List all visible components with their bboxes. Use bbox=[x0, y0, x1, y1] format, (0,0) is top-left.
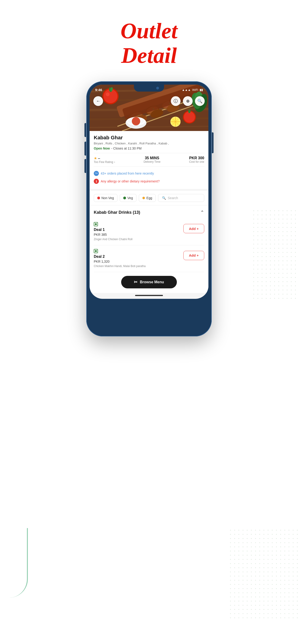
allergy-icon: ℹ bbox=[94, 179, 99, 184]
allergy-banner[interactable]: ℹ Any allergy or other dietary requireme… bbox=[94, 177, 204, 185]
item-name-1: Deal 1 bbox=[94, 228, 183, 232]
veg-label: Veg bbox=[127, 196, 133, 200]
item-desc-1: Zinger And Chicken Chatni Roll bbox=[94, 238, 183, 241]
battery-icon: ▮▮ bbox=[200, 88, 203, 92]
add-button-2[interactable]: Add + bbox=[183, 251, 204, 260]
status-icons: ▲▲▲ WiFi ▮▮ bbox=[182, 88, 203, 92]
filter-row: Non Veg Veg Egg 🔍 Search bbox=[94, 191, 204, 205]
delivery-time-label: Delivery Time bbox=[144, 160, 161, 164]
back-button[interactable]: ← bbox=[93, 96, 103, 106]
menu-section-header[interactable]: Kabab Ghar Drinks (13) ⌃ bbox=[94, 206, 204, 218]
egg-label: Egg bbox=[146, 196, 152, 200]
search-filter-icon: 🔍 bbox=[162, 196, 166, 200]
menu-section-title: Kabab Ghar Drinks (13) bbox=[94, 210, 140, 215]
bg-decoration-curve bbox=[0, 528, 28, 598]
bg-decoration-dots-right bbox=[251, 209, 298, 301]
info-button[interactable]: ⓘ bbox=[171, 96, 181, 106]
browse-menu-bar: ✂ Browse Menu bbox=[90, 272, 208, 293]
non-veg-dot bbox=[97, 196, 100, 199]
search-button[interactable]: 🔍 bbox=[195, 96, 205, 106]
cost-stat: PKR 300 Cost for one bbox=[189, 156, 204, 164]
cost-value: PKR 300 bbox=[189, 156, 204, 160]
filter-section: Non Veg Veg Egg 🔍 Search bbox=[90, 191, 208, 205]
item-price-2: PKR 1,320 bbox=[94, 260, 183, 263]
delivery-stat: 35 MINS Delivery Time bbox=[144, 156, 161, 164]
search-icon: 🔍 bbox=[197, 98, 202, 104]
cuisine-tags: Biryani , Rolls , Chicken , Karahi , Rol… bbox=[94, 142, 204, 145]
few-rating[interactable]: Too Few Rating › bbox=[94, 160, 115, 164]
rating-stat: ★ -- Too Few Rating › bbox=[94, 156, 115, 164]
browse-menu-label: Browse Menu bbox=[140, 280, 164, 284]
chevron-up-icon: ⌃ bbox=[200, 210, 204, 215]
phone-notch bbox=[134, 84, 164, 92]
menu-item-2: Deal 2 PKR 1,320 Chicken Makhni Handi, M… bbox=[94, 245, 204, 272]
page-title: Outlet Detail bbox=[120, 18, 177, 68]
phone-frame: 9:46 ▲▲▲ WiFi ▮▮ bbox=[86, 81, 212, 336]
menu-section: Kabab Ghar Drinks (13) ⌃ Deal 1 PKR 385 … bbox=[90, 206, 208, 272]
content-area: Kabab Ghar Biryani , Rolls , Chicken , K… bbox=[90, 131, 208, 189]
non-veg-label: Non Veg bbox=[101, 196, 114, 200]
few-rating-arrow: › bbox=[114, 160, 115, 164]
restaurant-name: Kabab Ghar bbox=[94, 135, 204, 141]
veg-indicator-1 bbox=[94, 222, 98, 226]
open-status: Open Now bbox=[94, 146, 110, 150]
menu-item-info-1: Deal 1 PKR 385 Zinger And Chicken Chatni… bbox=[94, 222, 183, 241]
rating-dashes: -- bbox=[98, 156, 100, 160]
closes-text: - Closes at 11:30 PM bbox=[111, 146, 142, 150]
action-buttons-group: ⓘ ⊕ 🔍 bbox=[171, 96, 205, 106]
add-button-1[interactable]: Add + bbox=[183, 224, 204, 233]
browse-menu-button[interactable]: ✂ Browse Menu bbox=[121, 276, 177, 288]
section-divider-1 bbox=[90, 189, 208, 191]
veg-dot-2 bbox=[95, 250, 97, 252]
veg-dot bbox=[123, 196, 126, 199]
menu-item: Deal 1 PKR 385 Zinger And Chicken Chatni… bbox=[94, 218, 204, 245]
menu-item-info-2: Deal 2 PKR 1,320 Chicken Makhni Handi, M… bbox=[94, 249, 183, 268]
veg-dot-1 bbox=[95, 223, 97, 225]
star-icon: ★ bbox=[94, 156, 97, 160]
back-icon: ← bbox=[96, 99, 100, 104]
item-price-1: PKR 385 bbox=[94, 233, 183, 236]
menu-item-top-1: Deal 1 PKR 385 Zinger And Chicken Chatni… bbox=[94, 222, 204, 241]
filter-veg[interactable]: Veg bbox=[120, 194, 136, 202]
delivery-time-value: 35 MINS bbox=[145, 156, 159, 160]
search-filter[interactable]: 🔍 Search bbox=[158, 194, 204, 202]
search-filter-placeholder: Search bbox=[168, 196, 178, 200]
filter-non-veg[interactable]: Non Veg bbox=[94, 194, 117, 202]
svg-point-13 bbox=[184, 112, 195, 123]
svg-point-37 bbox=[132, 117, 140, 126]
wifi-icon: WiFi bbox=[192, 88, 198, 92]
bookmark-button[interactable]: ⊕ bbox=[183, 96, 193, 106]
few-rating-text: Too Few Rating bbox=[94, 160, 113, 164]
phone-mockup: 9:46 ▲▲▲ WiFi ▮▮ bbox=[86, 81, 212, 336]
food-image-header: 9:46 ▲▲▲ WiFi ▮▮ bbox=[90, 84, 208, 131]
camera-dot bbox=[156, 87, 159, 90]
image-actions: ← ⓘ ⊕ 🔍 bbox=[90, 96, 208, 106]
menu-item-top-2: Deal 2 PKR 1,320 Chicken Makhni Handi, M… bbox=[94, 249, 204, 268]
signal-icon: ▲▲▲ bbox=[182, 88, 191, 92]
phone-screen: 9:46 ▲▲▲ WiFi ▮▮ bbox=[90, 84, 208, 299]
bg-decoration-dots-bottom bbox=[228, 528, 298, 621]
item-desc-2: Chicken Makhni Handi, Malai Boti paratha bbox=[94, 264, 183, 268]
rating-value-row: ★ -- bbox=[94, 156, 100, 160]
status-time: 9:46 bbox=[95, 88, 102, 92]
orders-banner: 〜 43+ orders placed from here recently bbox=[94, 170, 204, 177]
egg-dot bbox=[142, 196, 145, 199]
browse-menu-icon: ✂ bbox=[134, 280, 137, 285]
veg-indicator-2 bbox=[94, 249, 98, 253]
filter-egg[interactable]: Egg bbox=[139, 194, 156, 202]
svg-point-14 bbox=[188, 110, 191, 113]
item-name-2: Deal 2 bbox=[94, 254, 183, 259]
orders-text: 43+ orders placed from here recently bbox=[101, 172, 154, 175]
status-row: Open Now - Closes at 11:30 PM bbox=[94, 146, 204, 150]
info-icon: ⓘ bbox=[174, 98, 178, 104]
allergy-text: Any allergy or other dietary requirement… bbox=[101, 180, 160, 183]
home-indicator bbox=[135, 295, 163, 296]
bookmark-icon: ⊕ bbox=[186, 98, 190, 104]
cost-label: Cost for one bbox=[189, 160, 204, 164]
stats-row: ★ -- Too Few Rating › 35 MINS Delivery T… bbox=[94, 153, 204, 167]
trending-icon: 〜 bbox=[94, 171, 99, 176]
